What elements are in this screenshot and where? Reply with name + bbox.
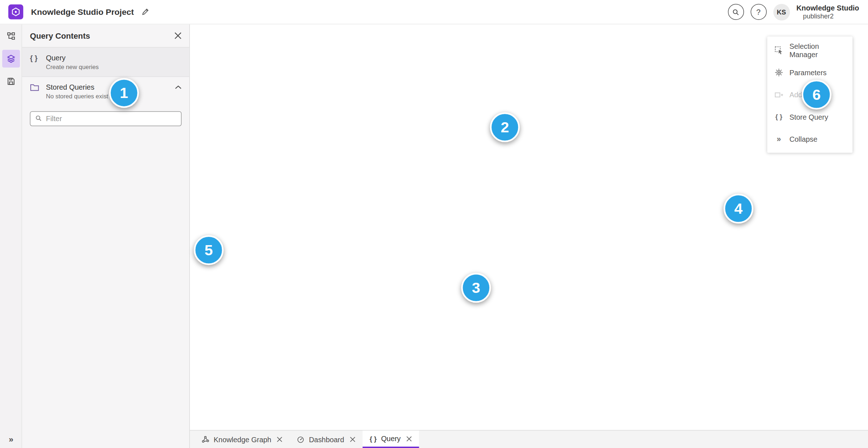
double-chevron-right-icon: » <box>774 135 783 143</box>
braces-icon: { } <box>774 113 783 120</box>
query-contents-panel: Query Contents { } Query Create new quer… <box>22 24 190 448</box>
stored-queries-filter <box>30 111 182 126</box>
store-query-item[interactable]: { } Store Query <box>767 106 852 128</box>
layers-icon <box>2 50 20 67</box>
main-content <box>190 24 868 430</box>
panel-title: Query Contents <box>30 31 90 40</box>
sidebar-item-query[interactable]: { } Query Create new queries <box>22 48 189 77</box>
knowledge-graph-icon <box>201 436 209 443</box>
bottom-tab-bar: Knowledge Graph Dashboard { } Query <box>190 430 868 448</box>
add-to-map-icon <box>774 90 783 99</box>
search-button[interactable] <box>728 4 744 20</box>
help-icon: ? <box>756 8 761 16</box>
user-avatar[interactable]: KS <box>773 4 790 20</box>
app-logo-icon[interactable] <box>8 4 23 19</box>
folder-icon <box>30 83 40 93</box>
close-tab-icon[interactable] <box>350 437 355 442</box>
parameters-item[interactable]: Parameters <box>767 61 852 84</box>
double-chevron-right-icon: » <box>9 435 13 444</box>
edit-title-icon[interactable] <box>141 8 149 16</box>
user-menu[interactable]: Knowledge Studio publisher2 <box>796 4 859 20</box>
user-role: publisher2 <box>796 12 859 20</box>
close-tab-icon[interactable] <box>406 436 412 441</box>
save-icon <box>2 72 20 90</box>
stored-queries-label: Stored Queries <box>46 83 108 91</box>
close-tab-icon[interactable] <box>277 437 282 442</box>
callout-2: 2 <box>490 112 520 142</box>
query-item-label: Query <box>46 54 99 62</box>
callout-6: 6 <box>801 80 831 110</box>
search-icon <box>35 114 42 124</box>
rail-contents-button[interactable] <box>0 47 22 70</box>
query-item-description: Create new queries <box>46 64 99 70</box>
callout-3: 3 <box>461 273 491 303</box>
project-title: Knowledge Studio Project <box>31 7 134 17</box>
braces-icon: { } <box>370 435 376 442</box>
help-button[interactable]: ? <box>750 4 766 20</box>
callout-4: 4 <box>724 194 754 224</box>
callout-5: 5 <box>194 235 224 265</box>
chevron-up-icon[interactable] <box>175 83 182 90</box>
top-bar: Knowledge Studio Project ? KS Knowledge … <box>0 0 868 24</box>
tab-query[interactable]: { } Query <box>362 431 419 448</box>
sidebar-item-stored-queries[interactable]: Stored Queries No stored queries exist <box>22 77 189 106</box>
braces-icon: { } <box>30 54 40 62</box>
gear-icon <box>774 68 783 77</box>
selection-manager-icon <box>774 46 783 55</box>
left-rail: » <box>0 24 22 448</box>
close-panel-button[interactable] <box>174 32 182 39</box>
tab-knowledge-graph[interactable]: Knowledge Graph <box>194 431 289 448</box>
expand-rail-button[interactable]: » <box>0 435 22 444</box>
stored-queries-description: No stored queries exist <box>46 93 108 99</box>
tab-dashboard[interactable]: Dashboard <box>290 431 362 448</box>
filter-input[interactable] <box>46 115 176 123</box>
callout-1: 1 <box>109 78 139 108</box>
collapse-item[interactable]: » Collapse <box>767 128 852 150</box>
rail-save-button[interactable] <box>0 70 22 93</box>
hierarchy-icon <box>2 27 20 44</box>
selection-manager-item[interactable]: Selection Manager <box>767 39 852 61</box>
rail-data-model-button[interactable] <box>0 24 22 47</box>
app-window: Knowledge Studio Project ? KS Knowledge … <box>0 0 868 448</box>
dashboard-icon <box>297 436 305 443</box>
user-name: Knowledge Studio <box>796 4 859 12</box>
